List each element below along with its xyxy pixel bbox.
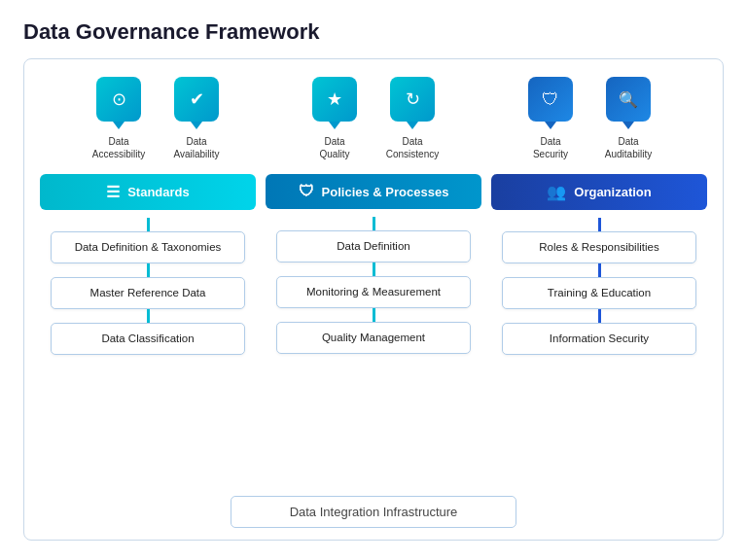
organization-header: 👥 Organization [491, 174, 707, 210]
standards-header-icon: ☰ [106, 183, 120, 201]
policies-header-icon: 🛡 [299, 183, 314, 200]
standards-connector-2 [147, 263, 150, 277]
quality-label: DataQuality [319, 135, 349, 160]
framework-box: ⊙ DataAccessibility ✔ DataAvailability ★ [23, 58, 724, 541]
icon-item-auditability: 🔍 DataAuditability [595, 77, 661, 160]
quality-icon: ★ [312, 77, 357, 122]
policies-item-2: Monitoring & Measurement [276, 276, 471, 308]
policies-connector-2 [373, 262, 375, 276]
auditability-label: DataAuditability [605, 135, 652, 160]
org-connector-2 [598, 263, 601, 277]
org-connector-1 [598, 218, 601, 231]
org-item-1: Roles & Responsibilities [502, 231, 696, 263]
standards-items: Data Definition & Taxonomies Master Refe… [40, 218, 256, 355]
org-item-2: Training & Education [502, 277, 696, 309]
icon-group-2: ★ DataQuality ↻ DataConsistency [302, 77, 445, 160]
standards-item-3: Data Classification [51, 323, 245, 355]
policies-connector-1 [373, 217, 375, 230]
policies-header-label: Policies & Processes [322, 185, 449, 199]
icon-item-availability: ✔ DataAvailability [163, 77, 230, 160]
icon-item-security: 🛡 DataSecurity [517, 77, 584, 160]
organization-header-label: Organization [574, 185, 651, 199]
policies-connector-3 [373, 308, 375, 322]
accessibility-icon: ⊙ [96, 77, 141, 122]
standards-connector-3 [147, 309, 150, 323]
auditability-icon: 🔍 [606, 77, 651, 122]
consistency-icon: ↻ [390, 77, 435, 122]
icons-row: ⊙ DataAccessibility ✔ DataAvailability ★ [40, 77, 707, 160]
infrastructure-bar: Data Integration Infrastructure [40, 496, 707, 528]
availability-icon: ✔ [174, 77, 219, 122]
org-item-3: Information Security [502, 323, 696, 355]
icon-item-consistency: ↻ DataConsistency [379, 77, 445, 160]
organization-header-icon: 👥 [547, 183, 566, 201]
icon-group-1: ⊙ DataAccessibility ✔ DataAvailability [86, 77, 230, 160]
icon-group-3: 🛡 DataSecurity 🔍 DataAuditability [517, 77, 661, 160]
policies-item-3: Quality Management [276, 322, 471, 354]
security-icon: 🛡 [528, 77, 573, 122]
accessibility-label: DataAccessibility [92, 135, 145, 160]
standards-header-label: Standards [127, 185, 190, 199]
consistency-label: DataConsistency [386, 135, 439, 160]
standards-item-2: Master Reference Data [51, 277, 245, 309]
standards-item-1: Data Definition & Taxonomies [51, 231, 245, 263]
columns-row: ☰ Standards Data Definition & Taxonomies… [40, 174, 707, 486]
org-connector-3 [598, 309, 601, 323]
page-container: Data Governance Framework ⊙ DataAccessib… [0, 0, 747, 560]
organization-column: 👥 Organization Roles & Responsibilities … [491, 174, 707, 486]
standards-header: ☰ Standards [40, 174, 256, 210]
icon-item-accessibility: ⊙ DataAccessibility [86, 77, 152, 160]
policies-header: 🛡 Policies & Processes [266, 174, 481, 209]
policies-item-1: Data Definition [276, 230, 471, 262]
security-label: DataSecurity [533, 135, 568, 160]
page-title: Data Governance Framework [23, 19, 724, 45]
standards-connector-1 [147, 218, 150, 231]
policies-items: Data Definition Monitoring & Measurement… [266, 217, 481, 354]
standards-column: ☰ Standards Data Definition & Taxonomies… [40, 174, 256, 486]
icon-item-quality: ★ DataQuality [302, 77, 368, 160]
policies-column: 🛡 Policies & Processes Data Definition M… [266, 174, 481, 486]
availability-label: DataAvailability [173, 135, 219, 160]
infrastructure-box: Data Integration Infrastructure [231, 496, 517, 528]
organization-items: Roles & Responsibilities Training & Educ… [491, 218, 707, 355]
